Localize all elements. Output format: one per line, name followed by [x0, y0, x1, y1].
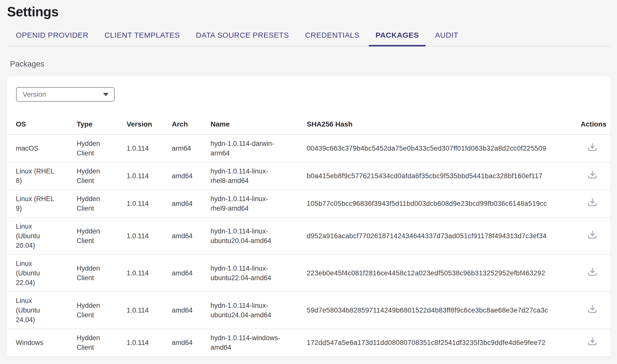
- tab-packages[interactable]: PACKAGES: [369, 31, 426, 46]
- cell-actions: [558, 190, 610, 217]
- tab-credentials[interactable]: CREDENTIALS: [298, 31, 366, 46]
- cell-actions: [558, 135, 610, 162]
- col-header-arch: Arch: [172, 113, 211, 135]
- download-icon: [587, 230, 597, 240]
- cell-name: hydn-1.0.114-linux- rhel9-amd64: [211, 190, 307, 217]
- table-row: Linux (Ubuntu 24.04) Hydden Client 1.0.1…: [7, 292, 610, 329]
- version-filter-dropdown[interactable]: Version: [16, 87, 115, 102]
- packages-card: Version OS Type Version Arch Name: [7, 76, 610, 357]
- cell-type: Hydden Client: [77, 135, 127, 162]
- tab-audit[interactable]: AUDIT: [428, 31, 465, 46]
- col-header-version: Version: [127, 113, 172, 135]
- download-button[interactable]: [587, 336, 597, 346]
- cell-type: Hydden Client: [77, 190, 127, 217]
- settings-page: Settings OPENID PROVIDER CLIENT TEMPLATE…: [0, 0, 617, 357]
- cell-name: hydn-1.0.114-linux- ubuntu24.04-amd64: [211, 292, 307, 329]
- cell-sha256: 00439c663c379b4bc5452da75e0b433c5ed307ff…: [307, 135, 558, 162]
- cell-os: Linux (RHEL 8): [7, 162, 77, 190]
- download-icon: [587, 170, 597, 180]
- cell-os: macOS: [7, 135, 77, 162]
- cell-name: hydn-1.0.114-linux- rhel8-amd64: [211, 162, 307, 190]
- download-icon: [587, 304, 597, 314]
- cell-name: hydn-1.0.114-windows- amd64: [211, 329, 307, 356]
- packages-table: OS Type Version Arch Name SHA256 Hash Ac…: [7, 113, 610, 357]
- cell-sha256: b0a415eb8f9c5776215434cd0afda6f35cbc9f53…: [307, 162, 558, 190]
- cell-name: hydn-1.0.114-linux- ubuntu22.04-amd64: [211, 255, 307, 292]
- page-title: Settings: [7, 4, 610, 19]
- download-icon: [587, 142, 597, 152]
- cell-sha256: 223eb0e45f4c081f2816ce4458c12a023edf5053…: [307, 255, 558, 292]
- col-header-type: Type: [77, 113, 127, 135]
- cell-arch: amd64: [172, 190, 211, 217]
- download-button[interactable]: [587, 304, 597, 314]
- col-header-name: Name: [211, 113, 307, 135]
- table-row: Linux (RHEL 9) Hydden Client 1.0.114 amd…: [7, 190, 610, 217]
- cell-version: 1.0.114: [127, 162, 172, 190]
- cell-sha256: d952a916acabcf77026187142434644337d73ad0…: [307, 217, 558, 255]
- cell-version: 1.0.114: [127, 190, 172, 217]
- tab-openid-provider[interactable]: OPENID PROVIDER: [9, 31, 95, 46]
- cell-name: hydn-1.0.114-darwin- arm64: [211, 135, 307, 162]
- download-icon: [587, 336, 597, 346]
- cell-arch: amd64: [172, 292, 211, 329]
- col-header-sha256: SHA256 Hash: [307, 113, 558, 135]
- settings-tabs: OPENID PROVIDER CLIENT TEMPLATES DATA SO…: [7, 31, 610, 46]
- table-row: Linux (Ubuntu 20.04) Hydden Client 1.0.1…: [7, 217, 610, 255]
- cell-type: Hydden Client: [77, 162, 127, 190]
- cell-version: 1.0.114: [127, 329, 172, 356]
- download-button[interactable]: [587, 230, 597, 240]
- chevron-down-icon: [103, 93, 109, 96]
- cell-actions: [558, 162, 610, 190]
- cell-type: Hydden Client: [77, 292, 127, 329]
- cell-os: Linux (RHEL 9): [7, 190, 77, 217]
- cell-version: 1.0.114: [127, 255, 172, 292]
- cell-os: Linux (Ubuntu 24.04): [7, 292, 77, 329]
- cell-type: Hydden Client: [77, 255, 127, 292]
- cell-type: Hydden Client: [77, 217, 127, 255]
- cell-arch: amd64: [172, 329, 211, 356]
- cell-version: 1.0.114: [127, 292, 172, 329]
- tab-data-source-presets[interactable]: DATA SOURCE PRESETS: [189, 31, 296, 46]
- tab-client-templates[interactable]: CLIENT TEMPLATES: [98, 31, 187, 46]
- download-button[interactable]: [587, 142, 597, 152]
- cell-sha256: 105b77c05bcc96836f3943f5d11bd003dcb608d9…: [307, 190, 558, 217]
- cell-arch: amd64: [172, 255, 211, 292]
- download-icon: [587, 197, 597, 207]
- table-row: Windows Hydden Client 1.0.114 amd64 hydn…: [7, 329, 610, 356]
- cell-arch: amd64: [172, 162, 211, 190]
- cell-actions: [558, 255, 610, 292]
- cell-actions: [558, 292, 610, 329]
- cell-actions: [558, 329, 610, 356]
- cell-os: Linux (Ubuntu 20.04): [7, 217, 77, 255]
- cell-arch: amd64: [172, 217, 211, 255]
- table-row: Linux (Ubuntu 22.04) Hydden Client 1.0.1…: [7, 255, 610, 292]
- cell-os: Linux (Ubuntu 22.04): [7, 255, 77, 292]
- cell-actions: [558, 217, 610, 255]
- table-row: Linux (RHEL 8) Hydden Client 1.0.114 amd…: [7, 162, 610, 190]
- download-button[interactable]: [587, 267, 597, 277]
- table-header-row: OS Type Version Arch Name SHA256 Hash Ac…: [7, 113, 610, 135]
- cell-sha256: 59d7e58034b828597114249b6801522d4b83ff8f…: [307, 292, 558, 329]
- version-filter-label: Version: [23, 90, 46, 98]
- cell-version: 1.0.114: [127, 135, 172, 162]
- cell-type: Hydden Client: [77, 329, 127, 356]
- download-icon: [587, 267, 597, 277]
- col-header-actions: Actions: [558, 113, 610, 135]
- cell-version: 1.0.114: [127, 217, 172, 255]
- section-title: Packages: [10, 59, 610, 69]
- download-button[interactable]: [587, 197, 597, 207]
- table-row: macOS Hydden Client 1.0.114 arm64 hydn-1…: [7, 135, 610, 162]
- col-header-os: OS: [7, 113, 77, 135]
- cell-name: hydn-1.0.114-linux- ubuntu20.04-amd64: [211, 217, 307, 255]
- cell-sha256: 172dd547a5e6a173d11dd08080708351c8f2541d…: [307, 329, 558, 356]
- cell-arch: arm64: [172, 135, 211, 162]
- cell-os: Windows: [7, 329, 77, 356]
- download-button[interactable]: [587, 170, 597, 180]
